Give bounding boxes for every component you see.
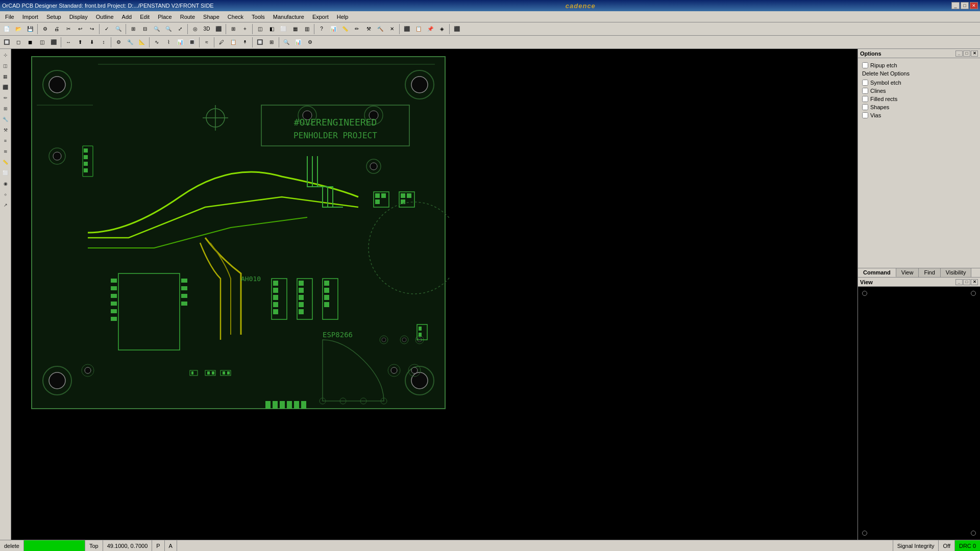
left-btn-3[interactable]: ▦ (1, 71, 11, 82)
left-btn-12[interactable]: ⬜ (1, 168, 11, 178)
menu-import[interactable]: Import (18, 13, 42, 21)
menu-help[interactable]: Help (333, 13, 353, 21)
menu-route[interactable]: Route (176, 13, 199, 21)
tb-btn-34[interactable]: ⬛ (451, 23, 462, 35)
tb2-btn-5[interactable]: ⬛ (48, 37, 59, 48)
tb2-btn-22[interactable]: ⊞ (266, 37, 277, 48)
menu-check[interactable]: Check (224, 13, 248, 21)
tb-btn-21[interactable]: ▦ (289, 23, 301, 35)
tb-btn-10[interactable]: 🔍 (113, 23, 124, 35)
tb-btn-20[interactable]: ⬜ (278, 23, 289, 35)
undo-btn[interactable]: ↩ (75, 23, 86, 35)
minimize-button[interactable]: _ (951, 2, 960, 9)
left-btn-select[interactable]: ⊹ (1, 50, 11, 60)
tb-btn-29[interactable]: ✕ (386, 23, 398, 35)
checkbox-row-1[interactable]: Clines (862, 88, 976, 94)
view-minimap[interactable] (858, 287, 980, 540)
menu-place[interactable]: Place (154, 13, 176, 21)
tb2-btn-11[interactable]: 🔧 (125, 37, 136, 48)
tb2-btn-3[interactable]: ◼ (24, 37, 36, 48)
left-btn-11[interactable]: 📏 (1, 157, 11, 167)
tb-btn-27[interactable]: ⚒ (363, 23, 374, 35)
tb2-btn-12[interactable]: 📐 (136, 37, 148, 48)
view-minimize-btn[interactable]: _ (955, 279, 963, 285)
options-header-buttons[interactable]: _ □ ✕ (955, 51, 978, 57)
menu-export[interactable]: Export (308, 13, 333, 21)
shapes-checkbox[interactable] (862, 104, 868, 110)
left-btn-8[interactable]: ⚒ (1, 125, 11, 135)
tb2-btn-16[interactable]: 🔳 (186, 37, 198, 48)
tab-visibility[interactable]: Visibility (941, 268, 972, 277)
menu-add[interactable]: Add (118, 13, 136, 21)
tb-btn-15[interactable]: ⬛ (213, 23, 224, 35)
tb2-btn-7[interactable]: ⬆ (75, 37, 86, 48)
tb-btn-23[interactable]: ? (316, 23, 327, 35)
options-restore-btn[interactable]: □ (963, 51, 970, 57)
ripup-etch-checkbox[interactable] (862, 62, 868, 68)
tb-btn-30[interactable]: ⬛ (401, 23, 412, 35)
checkbox-row-0[interactable]: Symbol etch (862, 80, 976, 86)
left-btn-6[interactable]: ⊞ (1, 104, 11, 114)
tab-find[interactable]: Find (919, 268, 940, 277)
tb2-btn-17[interactable]: ≈ (201, 37, 212, 48)
menu-shape[interactable]: Shape (199, 13, 224, 21)
tb-btn-19[interactable]: ◧ (266, 23, 277, 35)
vias-checkbox[interactable] (862, 112, 868, 118)
tb-btn-11[interactable]: ⊞ (128, 23, 139, 35)
tb-btn-12[interactable]: ⊟ (139, 23, 151, 35)
left-btn-10[interactable]: ≋ (1, 146, 11, 157)
tb-btn-18[interactable]: ◫ (254, 23, 265, 35)
tb2-btn-15[interactable]: 📊 (175, 37, 186, 48)
options-minimize-btn[interactable]: _ (955, 51, 963, 57)
options-close-btn[interactable]: ✕ (971, 51, 978, 57)
tb-btn-5[interactable]: 🖨 (51, 23, 62, 35)
pcb-canvas-area[interactable]: #OVERENGINEERED PENHOLDER PROJECT (11, 49, 857, 540)
checkbox-row-3[interactable]: Shapes (862, 104, 976, 110)
ripup-etch-row[interactable]: Ripup etch (862, 62, 976, 68)
tb2-btn-19[interactable]: 📋 (228, 37, 239, 48)
maximize-button[interactable]: □ (961, 2, 969, 9)
tb2-btn-21[interactable]: 🔲 (254, 37, 265, 48)
view-restore-btn[interactable]: □ (963, 279, 970, 285)
zoom-out-btn[interactable]: 🔍 (163, 23, 174, 35)
tb2-btn-23[interactable]: 🔍 (281, 37, 292, 48)
tb2-btn-6[interactable]: ↔ (63, 37, 74, 48)
titlebar-controls[interactable]: _ □ ✕ (951, 2, 978, 9)
tb-btn-24[interactable]: 📊 (328, 23, 339, 35)
view-header-buttons[interactable]: _ □ ✕ (955, 279, 978, 285)
left-btn-9[interactable]: ≡ (1, 136, 11, 146)
tb2-btn-9[interactable]: ↕ (98, 37, 109, 48)
zoom-fit-btn[interactable]: ⤢ (175, 23, 186, 35)
menu-outline[interactable]: Outline (92, 13, 118, 21)
tb-btn-9[interactable]: ✓ (101, 23, 112, 35)
left-btn-4[interactable]: ⬛ (1, 82, 11, 92)
tb2-btn-1[interactable]: 🔲 (1, 37, 12, 48)
left-btn-15[interactable]: ↗ (1, 200, 11, 210)
tb-btn-17[interactable]: + (239, 23, 251, 35)
tb-btn-26[interactable]: ✏ (351, 23, 362, 35)
symbol-etch-checkbox[interactable] (862, 80, 868, 86)
tb2-btn-25[interactable]: ⚙ (304, 37, 315, 48)
new-btn[interactable]: 📄 (1, 23, 12, 35)
clines-checkbox[interactable] (862, 88, 868, 94)
left-btn-13[interactable]: ◉ (1, 179, 11, 189)
left-btn-14[interactable]: ⟐ (1, 189, 11, 199)
tb-btn-14[interactable]: 3D (201, 23, 212, 35)
menu-setup[interactable]: Setup (42, 13, 65, 21)
tb-btn-25[interactable]: 📏 (339, 23, 351, 35)
tab-command[interactable]: Command (858, 268, 896, 277)
tb-btn-13[interactable]: ◎ (189, 23, 201, 35)
redo-btn[interactable]: ↪ (86, 23, 97, 35)
tb2-btn-8[interactable]: ⬇ (86, 37, 97, 48)
tab-view[interactable]: View (896, 268, 919, 277)
checkbox-row-2[interactable]: Filled rects (862, 96, 976, 102)
tb2-btn-24[interactable]: 📊 (292, 37, 304, 48)
open-btn[interactable]: 📂 (13, 23, 24, 35)
tb-btn-31[interactable]: 📋 (413, 23, 424, 35)
left-btn-5[interactable]: ✏ (1, 93, 11, 103)
tb2-btn-18[interactable]: 🖊 (216, 37, 227, 48)
tb2-btn-4[interactable]: ◫ (36, 37, 47, 48)
left-btn-7[interactable]: 🔧 (1, 114, 11, 124)
save-btn[interactable]: 💾 (24, 23, 36, 35)
tb2-btn-20[interactable]: 🖈 (239, 37, 251, 48)
